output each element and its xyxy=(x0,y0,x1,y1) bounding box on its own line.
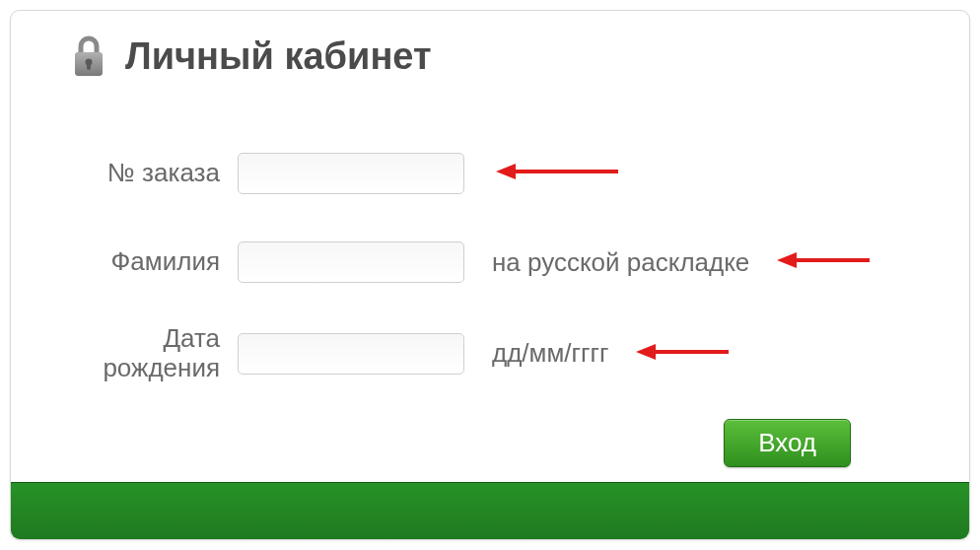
button-row: Вход xyxy=(70,419,910,467)
lock-icon xyxy=(70,34,107,78)
arrow-icon xyxy=(632,341,731,367)
surname-label: Фамилия xyxy=(70,247,238,277)
order-label: № заказа xyxy=(70,159,238,188)
login-form: № заказа Фамилия на русской раскладке xyxy=(11,78,969,467)
birthdate-input[interactable] xyxy=(238,333,464,375)
svg-rect-3 xyxy=(87,62,91,70)
birthdate-label: Дата рождения xyxy=(70,324,238,383)
order-input[interactable] xyxy=(238,153,464,194)
panel-header: Личный кабинет xyxy=(11,11,969,78)
svg-marker-5 xyxy=(496,164,516,179)
row-surname: Фамилия на русской раскладке xyxy=(70,236,910,289)
svg-marker-9 xyxy=(636,344,656,360)
svg-marker-7 xyxy=(777,252,797,268)
row-order: № заказа xyxy=(70,147,910,200)
page-title: Личный кабинет xyxy=(125,35,432,78)
surname-hint: на русской раскладке xyxy=(492,247,749,278)
login-button[interactable]: Вход xyxy=(724,419,851,467)
login-panel: Личный кабинет № заказа Фамилия на русск… xyxy=(10,10,970,540)
surname-input[interactable] xyxy=(238,241,464,283)
row-birthdate: Дата рождения дд/мм/гггг xyxy=(70,324,910,383)
arrow-icon xyxy=(773,249,872,275)
footer-bar xyxy=(11,482,969,539)
arrow-icon xyxy=(492,161,620,186)
birthdate-hint: дд/мм/гггг xyxy=(492,338,608,369)
